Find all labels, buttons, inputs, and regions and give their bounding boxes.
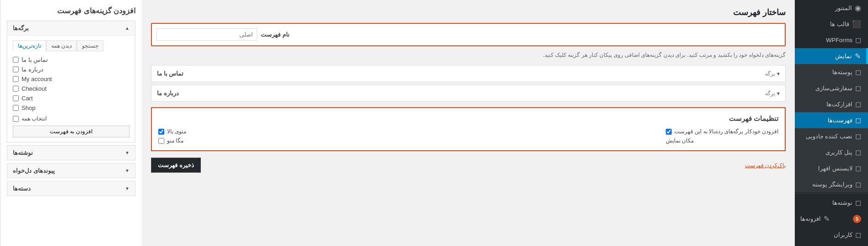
help-text: گزینه‌های دلخواه خود را بکشید و مرتب کنی… [151, 51, 786, 60]
menu-item-about-type: ▾ برگه [765, 90, 780, 97]
custom-links-accordion: ▼ پیوندهای دل‌خواه [7, 163, 135, 178]
content-area: ساختار فهرست نام فهرست گزینه‌های دلخواه … [0, 0, 795, 246]
liveplugins-icon: ◻ [855, 164, 861, 173]
mega-menu-checkbox[interactable] [158, 138, 164, 144]
wizard-icon: ◻ [855, 132, 861, 141]
mega-menu-label: مگا منو [167, 137, 183, 144]
pages-accordion-header[interactable]: ▲ برگه‌ها [7, 21, 135, 35]
chevron-down-icon-notes: ▼ [125, 150, 129, 155]
pages-accordion: ▲ برگه‌ها جستجو دیدن همه تازه‌ترین‌ها [7, 21, 135, 142]
pages-accordion-body: جستجو دیدن همه تازه‌ترین‌ها تماس با ما [7, 35, 135, 142]
tab-search[interactable]: جستجو [77, 40, 103, 51]
menu-name-label: نام فهرست [261, 31, 290, 38]
sidebar-item-notes[interactable]: ◻ نوشته‌ها [795, 195, 868, 211]
settings-display-location-row: مکان نمایش [666, 137, 778, 144]
menu-structure-title: ساختار فهرست [151, 7, 786, 17]
checkbox-myaccount[interactable] [13, 76, 19, 82]
chevron-down-icon-2[interactable]: ▾ [777, 90, 780, 97]
sidebar-item-tools[interactable]: ◻ ابزارها [795, 243, 868, 246]
settings-top-menu-row: منوی بالا [158, 128, 186, 135]
sidebar-item-postbuilder[interactable]: ◻ ویرایشگر پوسته [795, 176, 868, 192]
categories-accordion: ▼ دسته‌ها [7, 181, 135, 196]
add-items-panel: افزودن گزینه‌های فهرست ▲ برگه‌ها جستجو د… [0, 0, 142, 246]
plugins-icon: ◻ [855, 100, 861, 109]
settings-grid: افزودن خودکار برگه‌های رده‌بالا به این ف… [158, 128, 778, 144]
select-all-checkbox[interactable] [13, 116, 19, 122]
checkbox-shop[interactable] [13, 105, 19, 111]
delete-menu-link[interactable]: پاک‌کردن فهرست [745, 162, 786, 169]
notes-accordion: ▼ نوشته‌ها [7, 145, 135, 160]
sidebar-item-menus[interactable]: ◻ فهرست‌ها [795, 112, 868, 128]
check-item-shop: Shop [13, 103, 129, 113]
settings-mega-menu-row: مگا منو [158, 137, 186, 144]
checkbox-contact[interactable] [13, 57, 19, 63]
chevron-down-icon-cats: ▼ [125, 186, 129, 191]
check-item-myaccount: My account [13, 74, 129, 84]
menu-structure-panel: ساختار فهرست نام فهرست گزینه‌های دلخواه … [142, 0, 795, 246]
sidebar-item-posts[interactable]: ◻ پوسته‌ها [795, 64, 868, 80]
menu-name-row: نام فهرست [151, 23, 786, 46]
posts-icon: ◻ [855, 68, 861, 77]
menu-item-contact: ▾ برگه تماس با ما [151, 65, 786, 82]
chevron-up-icon: ▲ [125, 26, 129, 31]
sidebar-item-users[interactable]: ◻ کاربران [795, 227, 868, 243]
check-item-contact: تماس با ما [13, 55, 129, 65]
sidebar-item-liveplugins[interactable]: ◻ لایسنس افهرا [795, 160, 868, 176]
templates-icon: ⬛ [852, 20, 861, 28]
tab-latest[interactable]: تازه‌ترین‌ها [13, 40, 46, 51]
custom-links-accordion-header[interactable]: ▼ پیوندهای دل‌خواه [7, 164, 135, 178]
sidebar-item-monitor[interactable]: ◉ المنتور [795, 0, 868, 16]
menus-icon: ◻ [855, 116, 861, 125]
display-location-label: مکان نمایش [666, 137, 694, 144]
footer-row: پاک‌کردن فهرست ذخیره فهرست [151, 158, 786, 173]
monitor-icon: ◉ [855, 4, 861, 12]
check-item-about: درباره ما [13, 65, 129, 74]
app-layout: ◉ المنتور ⬛ قالب ها ◻ WPForms ✎ نمایش ◻ … [0, 0, 868, 246]
wpforms-icon: ◻ [855, 36, 861, 44]
settings-left-col: منوی بالا مگا منو [158, 128, 186, 144]
check-item-cart: Cart [13, 93, 129, 103]
sidebar-item-addons[interactable]: 5 ✎ افزونه‌ها [795, 211, 868, 227]
menu-item-about-title: درباره ما [157, 90, 179, 97]
pages-tabs-row: جستجو دیدن همه تازه‌ترین‌ها [13, 40, 129, 51]
panel-icon: ◻ [855, 148, 861, 157]
add-to-menu-button[interactable]: افزودن به فهرست [13, 126, 129, 137]
settings-right-col: افزودن خودکار برگه‌های رده‌بالا به این ف… [666, 128, 778, 144]
categories-accordion-header[interactable]: ▼ دسته‌ها [7, 181, 135, 196]
addons-icon: ✎ [824, 214, 830, 223]
sidebar-item-plugins[interactable]: ◻ افزارکت‌ها [795, 96, 868, 112]
menu-name-input[interactable] [156, 28, 257, 41]
sidebar-item-wpforms[interactable]: ◻ WPForms [795, 32, 868, 48]
admin-sidebar: ◉ المنتور ⬛ قالب ها ◻ WPForms ✎ نمایش ◻ … [795, 0, 868, 246]
sidebar-item-display[interactable]: ✎ نمایش [795, 48, 868, 64]
select-all-row: انتخاب همه [13, 115, 129, 122]
sidebar-item-templates[interactable]: ⬛ قالب ها [795, 16, 868, 32]
top-menu-label: منوی بالا [167, 128, 186, 135]
addons-badge: 5 [853, 215, 861, 223]
sidebar-item-panel[interactable]: ◻ پنل کاربری [795, 144, 868, 160]
save-menu-button[interactable]: ذخیره فهرست [151, 158, 201, 173]
checkbox-checkout[interactable] [13, 86, 19, 92]
add-panel-title: افزودن گزینه‌های فهرست [7, 6, 135, 15]
tab-view-all[interactable]: دیدن همه [46, 40, 77, 51]
appearance-icon: ◻ [855, 84, 861, 93]
top-menu-checkbox[interactable] [158, 129, 164, 135]
checkbox-cart[interactable] [13, 95, 19, 101]
settings-title: تنظیمات فهرست [158, 115, 778, 123]
menu-item-about: ▾ برگه درباره ما [151, 85, 786, 102]
users-icon: ◻ [855, 230, 861, 239]
menu-item-contact-type: ▾ برگه [765, 71, 780, 77]
notes-icon: ◻ [855, 198, 861, 207]
settings-auto-add-row: افزودن خودکار برگه‌های رده‌بالا به این ف… [666, 128, 778, 135]
checkbox-about[interactable] [13, 66, 19, 72]
auto-add-label: افزودن خودکار برگه‌های رده‌بالا به این ف… [674, 128, 778, 135]
chevron-down-icon[interactable]: ▾ [777, 71, 780, 77]
display-icon: ✎ [855, 52, 861, 60]
chevron-down-icon-links: ▼ [125, 168, 129, 173]
menu-item-contact-title: تماس با ما [157, 70, 183, 77]
sidebar-item-appearance[interactable]: ◻ سفارشی‌سازی [795, 80, 868, 96]
sidebar-item-wizard[interactable]: ◻ نصب کننده جادویی [795, 128, 868, 144]
menu-settings-box: تنظیمات فهرست افزودن خودکار برگه‌های رده… [151, 107, 786, 151]
notes-accordion-header[interactable]: ▼ نوشته‌ها [7, 146, 135, 160]
auto-add-checkbox[interactable] [666, 129, 672, 135]
